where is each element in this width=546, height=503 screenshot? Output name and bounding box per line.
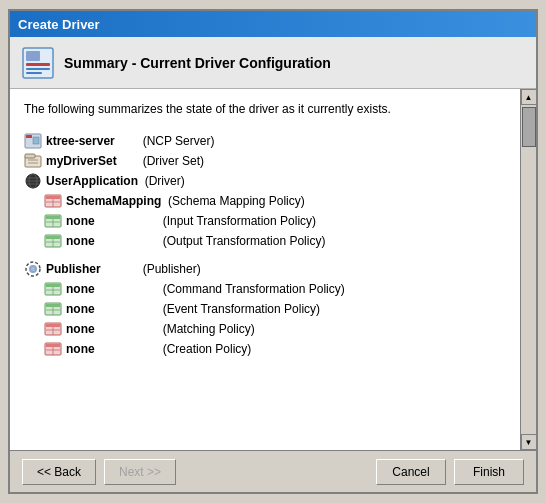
list-item: none (Creation Policy) — [24, 340, 506, 358]
svg-rect-6 — [26, 135, 32, 138]
item-type: (Matching Policy) — [156, 322, 255, 336]
item-type: (Publisher) — [136, 262, 201, 276]
description-text: The following summarizes the state of th… — [24, 101, 506, 118]
schema-icon — [44, 193, 62, 209]
item-name: none — [66, 302, 156, 316]
dialog-title: Create Driver — [18, 17, 100, 32]
item-type: (Driver Set) — [136, 154, 204, 168]
list-item: none (Matching Policy) — [24, 320, 506, 338]
globe-icon — [24, 173, 42, 189]
svg-rect-3 — [26, 68, 50, 70]
driverset-icon — [24, 153, 42, 169]
item-type: (Schema Mapping Policy) — [161, 194, 304, 208]
item-name: none — [66, 322, 156, 336]
footer: << Back Next >> Cancel Finish — [10, 450, 536, 492]
item-type: (Creation Policy) — [156, 342, 251, 356]
server-icon — [24, 133, 42, 149]
separator — [24, 252, 506, 260]
list-item: SchemaMapping (Schema Mapping Policy) — [24, 192, 506, 210]
item-type: (Command Transformation Policy) — [156, 282, 345, 296]
matching-icon — [44, 321, 62, 337]
list-item: none (Command Transformation Policy) — [24, 280, 506, 298]
list-item: myDriverSet (Driver Set) — [24, 152, 506, 170]
transform-icon — [44, 233, 62, 249]
svg-rect-26 — [46, 236, 60, 239]
list-item: none (Output Transformation Policy) — [24, 232, 506, 250]
scroll-up-button[interactable]: ▲ — [521, 89, 537, 105]
main-content: The following summarizes the state of th… — [10, 89, 520, 450]
item-name: none — [66, 214, 156, 228]
svg-rect-18 — [46, 196, 60, 199]
item-type: (Driver) — [138, 174, 185, 188]
creation-icon — [44, 341, 62, 357]
item-name: none — [66, 234, 156, 248]
svg-rect-45 — [46, 344, 60, 347]
back-button[interactable]: << Back — [22, 459, 96, 485]
finish-button[interactable]: Finish — [454, 459, 524, 485]
scroll-thumb[interactable] — [522, 107, 536, 147]
create-driver-dialog: Create Driver Summary - Current Driver C… — [8, 9, 538, 494]
item-name: SchemaMapping — [66, 194, 161, 208]
cmd-transform-icon — [44, 281, 62, 297]
item-name: ktree-server — [46, 134, 136, 148]
item-type: (NCP Server) — [136, 134, 214, 148]
svg-rect-41 — [46, 324, 60, 327]
svg-point-31 — [31, 267, 35, 271]
item-name: none — [66, 282, 156, 296]
svg-rect-2 — [26, 63, 50, 66]
item-type: (Output Transformation Policy) — [156, 234, 325, 248]
list-item: UserApplication (Driver) — [24, 172, 506, 190]
list-item: Publisher (Publisher) — [24, 260, 506, 278]
list-item: none (Event Transformation Policy) — [24, 300, 506, 318]
next-button[interactable]: Next >> — [104, 459, 176, 485]
list-item: none (Input Transformation Policy) — [24, 212, 506, 230]
svg-rect-7 — [33, 137, 39, 144]
header-section: Summary - Current Driver Configuration — [10, 37, 536, 89]
item-name: none — [66, 342, 156, 356]
header-icon — [22, 47, 54, 79]
svg-rect-4 — [26, 72, 42, 74]
svg-rect-9 — [25, 154, 35, 158]
publisher-icon — [24, 261, 42, 277]
header-title: Summary - Current Driver Configuration — [64, 55, 331, 71]
svg-rect-22 — [46, 216, 60, 219]
list-item: ktree-server (NCP Server) — [24, 132, 506, 150]
item-type: (Input Transformation Policy) — [156, 214, 316, 228]
event-transform-icon — [44, 301, 62, 317]
title-bar: Create Driver — [10, 11, 536, 37]
scroll-down-button[interactable]: ▼ — [521, 434, 537, 450]
scrollbar[interactable]: ▲ ▼ — [520, 89, 536, 450]
svg-rect-33 — [46, 284, 60, 287]
scroll-track[interactable] — [521, 105, 536, 434]
transform-icon — [44, 213, 62, 229]
content-area: The following summarizes the state of th… — [10, 89, 536, 450]
cancel-button[interactable]: Cancel — [376, 459, 446, 485]
item-name: myDriverSet — [46, 154, 136, 168]
item-name: Publisher — [46, 262, 136, 276]
item-type: (Event Transformation Policy) — [156, 302, 320, 316]
svg-rect-1 — [26, 51, 40, 61]
item-name: UserApplication — [46, 174, 138, 188]
svg-rect-37 — [46, 304, 60, 307]
